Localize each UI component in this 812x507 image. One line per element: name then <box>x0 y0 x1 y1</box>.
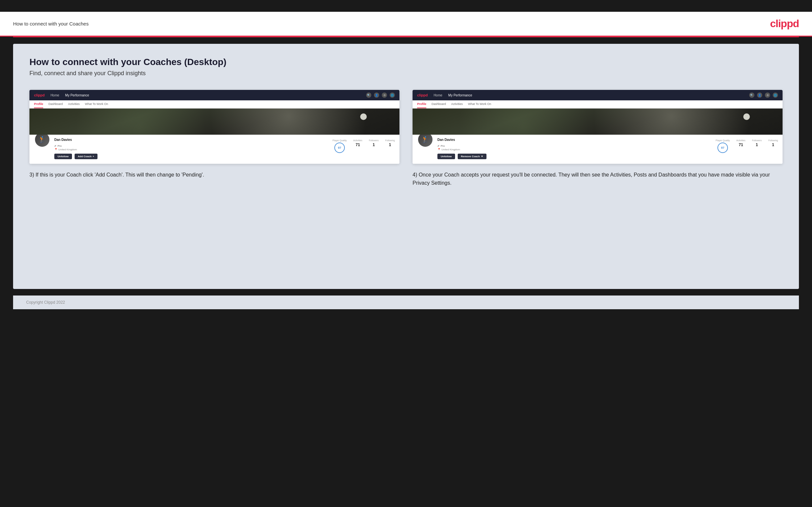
settings-icon-1[interactable]: ⚙ <box>382 93 387 98</box>
profile-location-1: 📍 United Kingdom <box>54 148 328 151</box>
page-subheading: Find, connect and share your Clippd insi… <box>30 70 782 77</box>
mock-profile-section-1: 🏌 Dan Davies ✔ Pro 📍 United Kingdom Unfo… <box>30 135 399 164</box>
tab-profile-2[interactable]: Profile <box>417 102 426 108</box>
tab-what-to-work-on-2[interactable]: What To Work On <box>468 102 491 108</box>
tab-profile-1[interactable]: Profile <box>34 102 43 108</box>
header-title: How to connect with your Coaches <box>13 21 89 26</box>
stat-activities-value-2: 71 <box>737 143 746 147</box>
screenshot-block-1: clippd Home My Performance 🔍 👤 ⚙ 🌐 Profi… <box>30 90 399 187</box>
quality-circle-2: 97 <box>717 143 728 153</box>
tab-dashboard-1[interactable]: Dashboard <box>48 102 63 108</box>
mock-logo-2: clippd <box>417 93 427 97</box>
mock-tabs-1: Profile Dashboard Activities What To Wor… <box>30 100 399 109</box>
stat-following-label-1: Following <box>385 139 395 142</box>
description-2: 4) Once your Coach accepts your request … <box>413 171 782 187</box>
mock-profile-section-2: 🏌 Dan Davies ✔ Pro 📍 United Kingdom Unfo… <box>413 135 782 164</box>
stat-quality-2: Player Quality 97 <box>715 139 730 153</box>
screenshots-row: clippd Home My Performance 🔍 👤 ⚙ 🌐 Profi… <box>30 90 782 187</box>
stat-quality-label-1: Player Quality <box>333 139 347 142</box>
mock-stats-2: Player Quality 97 Activities 71 Follower… <box>715 138 778 153</box>
stat-followers-1: Followers 1 <box>369 139 378 147</box>
profile-badge-2: ✔ Pro <box>438 145 445 148</box>
stat-following-value-1: 1 <box>385 143 395 147</box>
tab-dashboard-2[interactable]: Dashboard <box>432 102 446 108</box>
copyright: Copyright Clippd 2022 <box>26 300 65 305</box>
globe-icon-2[interactable]: 🌐 <box>773 93 778 98</box>
stat-followers-label-2: Followers <box>752 139 762 142</box>
badge-icon-2: ✔ <box>438 145 440 148</box>
mock-nav-icons-2: 🔍 👤 ⚙ 🌐 <box>749 93 778 98</box>
screenshot-block-2: clippd Home My Performance 🔍 👤 ⚙ 🌐 Profi… <box>413 90 782 187</box>
mock-nav-performance-2[interactable]: My Performance <box>448 94 472 97</box>
page-heading: How to connect with your Coaches (Deskto… <box>30 57 782 67</box>
search-icon-1[interactable]: 🔍 <box>366 93 371 98</box>
badge-icon-1: ✔ <box>54 145 57 148</box>
stat-following-2: Following 1 <box>768 139 778 147</box>
remove-coach-button-2[interactable]: Remove Coach ✕ <box>458 154 487 159</box>
stat-activities-label-1: Activities <box>353 139 362 142</box>
mock-logo-1: clippd <box>34 93 45 97</box>
main-content: How to connect with your Coaches (Deskto… <box>13 44 799 289</box>
stat-activities-1: Activities 71 <box>353 139 362 147</box>
mock-nav-1: clippd Home My Performance 🔍 👤 ⚙ 🌐 <box>30 90 399 100</box>
mock-buttons-2: Unfollow Remove Coach ✕ <box>438 154 712 159</box>
tab-activities-2[interactable]: Activities <box>451 102 463 108</box>
stat-activities-label-2: Activities <box>737 139 746 142</box>
stat-followers-value-1: 1 <box>369 143 378 147</box>
quality-circle-1: 97 <box>334 143 345 153</box>
stat-followers-2: Followers 1 <box>752 139 762 147</box>
stat-following-1: Following 1 <box>385 139 395 147</box>
stat-activities-value-1: 71 <box>353 143 362 147</box>
mock-buttons-1: Unfollow Add Coach + <box>54 154 328 159</box>
mock-hero-2 <box>413 109 782 135</box>
clippd-logo: clippd <box>770 18 799 30</box>
footer: Copyright Clippd 2022 <box>13 295 799 309</box>
profile-name-1: Dan Davies <box>54 138 328 142</box>
stat-activities-2: Activities 71 <box>737 139 746 147</box>
settings-icon-2[interactable]: ⚙ <box>765 93 770 98</box>
profile-info-2: Dan Davies ✔ Pro 📍 United Kingdom Unfoll… <box>438 138 712 159</box>
unfollow-button-1[interactable]: Unfollow <box>54 154 72 159</box>
mock-stats-1: Player Quality 97 Activities 71 Follower… <box>333 138 395 153</box>
add-coach-button-1[interactable]: Add Coach + <box>74 154 98 159</box>
mock-nav-2: clippd Home My Performance 🔍 👤 ⚙ 🌐 <box>413 90 782 100</box>
mock-nav-home-1[interactable]: Home <box>50 94 59 97</box>
moon-shape-1 <box>360 113 367 120</box>
globe-icon-1[interactable]: 🌐 <box>390 93 395 98</box>
header-divider <box>13 37 799 37</box>
stat-quality-label-2: Player Quality <box>715 139 730 142</box>
profile-location-2: 📍 United Kingdom <box>438 148 712 151</box>
mock-browser-2: clippd Home My Performance 🔍 👤 ⚙ 🌐 Profi… <box>413 90 782 164</box>
search-icon-2[interactable]: 🔍 <box>749 93 754 98</box>
stat-followers-value-2: 1 <box>752 143 762 147</box>
stat-following-value-2: 1 <box>768 143 778 147</box>
tab-what-to-work-on-1[interactable]: What To Work On <box>85 102 108 108</box>
user-icon-2[interactable]: 👤 <box>757 93 762 98</box>
stat-following-label-2: Following <box>768 139 778 142</box>
profile-info-1: Dan Davies ✔ Pro 📍 United Kingdom Unfoll… <box>54 138 328 159</box>
golf-texture-2 <box>413 109 782 135</box>
tab-activities-1[interactable]: Activities <box>68 102 80 108</box>
unfollow-button-2[interactable]: Unfollow <box>438 154 455 159</box>
mock-browser-1: clippd Home My Performance 🔍 👤 ⚙ 🌐 Profi… <box>30 90 399 164</box>
user-icon-1[interactable]: 👤 <box>374 93 379 98</box>
golf-texture-1 <box>30 109 399 135</box>
mock-hero-1 <box>30 109 399 135</box>
stat-followers-label-1: Followers <box>369 139 378 142</box>
header: How to connect with your Coaches clippd <box>0 12 812 37</box>
top-bar <box>0 0 812 12</box>
mock-nav-performance-1[interactable]: My Performance <box>65 94 89 97</box>
description-1: 3) If this is your Coach click 'Add Coac… <box>30 171 399 179</box>
profile-name-2: Dan Davies <box>438 138 712 142</box>
stat-quality-1: Player Quality 97 <box>333 139 347 153</box>
moon-shape-2 <box>743 113 750 120</box>
mock-tabs-2: Profile Dashboard Activities What To Wor… <box>413 100 782 109</box>
mock-nav-home-2[interactable]: Home <box>434 94 442 97</box>
profile-badge-1: ✔ Pro <box>54 145 61 148</box>
mock-nav-icons-1: 🔍 👤 ⚙ 🌐 <box>366 93 395 98</box>
